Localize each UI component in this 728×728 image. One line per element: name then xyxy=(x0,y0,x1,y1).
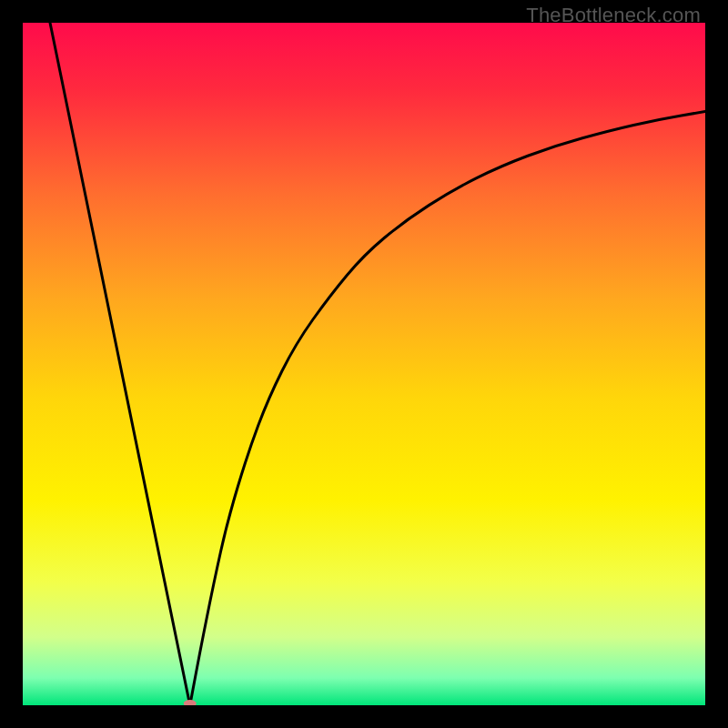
chart-frame xyxy=(23,23,705,705)
chart-background xyxy=(23,23,705,705)
bottleneck-chart xyxy=(23,23,705,705)
